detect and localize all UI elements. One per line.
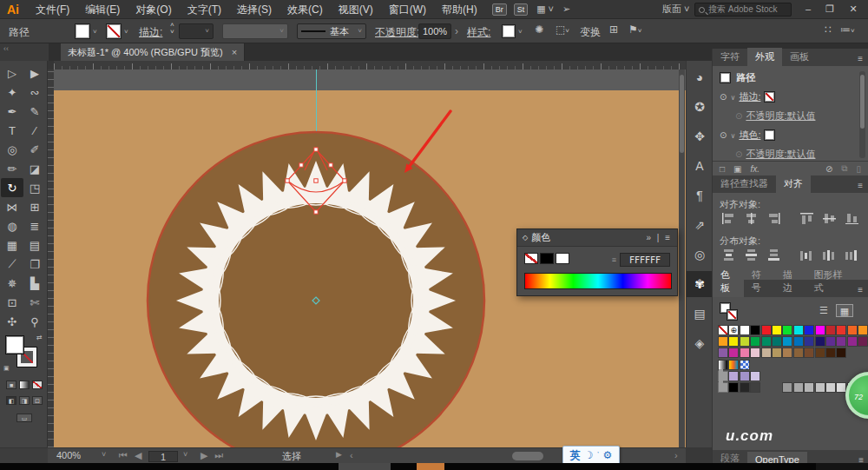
- tab-pathfinder[interactable]: 路径查找器: [713, 175, 776, 193]
- hex-value-field[interactable]: FFFFFF: [620, 253, 670, 267]
- fill-caret-icon[interactable]: ˅: [93, 28, 97, 36]
- bridge-button[interactable]: Br: [492, 3, 507, 16]
- tool-eraser[interactable]: ◪: [23, 159, 46, 178]
- dist-bottom-button[interactable]: [763, 247, 784, 263]
- swatch-cell[interactable]: [750, 348, 760, 358]
- dist-top-button[interactable]: [718, 247, 739, 263]
- new-effect-icon[interactable]: fx.: [751, 164, 760, 174]
- stroke-opacity-row[interactable]: 不透明度:默认值: [746, 110, 815, 121]
- swatch-cell[interactable]: [718, 348, 728, 358]
- tab-artboards[interactable]: 画板: [782, 48, 817, 66]
- wand-panel-icon[interactable]: ✪: [687, 94, 713, 120]
- align-top-button[interactable]: [796, 210, 817, 227]
- swatch-group-folder[interactable]: [718, 382, 728, 393]
- none-swatch[interactable]: [524, 253, 538, 264]
- fill-opacity-row[interactable]: 不透明度:默认值: [746, 149, 815, 159]
- swatch-cell[interactable]: [782, 382, 792, 393]
- tool-pen[interactable]: ✒: [1, 102, 23, 121]
- brush-panel-icon[interactable]: ✥: [687, 123, 713, 149]
- swatch-cell[interactable]: [728, 371, 739, 381]
- glyphs-icon[interactable]: A: [687, 153, 713, 179]
- tool-magic-wand[interactable]: ✦: [1, 83, 23, 102]
- swatch-cell[interactable]: [782, 336, 792, 347]
- transform-link[interactable]: 变换: [580, 25, 601, 40]
- opacity-label[interactable]: 不透明度:: [375, 25, 419, 40]
- tool-lasso[interactable]: ∾: [23, 83, 46, 102]
- workspace-switcher[interactable]: 版面 ˅: [662, 3, 689, 16]
- panel-menu-icon[interactable]: ≡: [665, 233, 672, 242]
- close-button[interactable]: ✕: [844, 0, 863, 17]
- swatch-gradient-bw[interactable]: [718, 360, 728, 370]
- swatch-cell[interactable]: [772, 325, 782, 335]
- style-caret-icon[interactable]: ˅: [518, 28, 523, 36]
- default-fill-stroke-icon[interactable]: ▣: [3, 365, 10, 372]
- tool-artboard[interactable]: ⊡: [1, 293, 23, 312]
- opacity-expand-icon[interactable]: ›: [455, 25, 458, 37]
- tool-blend[interactable]: ❐: [23, 255, 46, 274]
- gradient-mode-button[interactable]: [19, 381, 30, 389]
- stock-button[interactable]: St: [514, 3, 529, 16]
- swatch-cell[interactable]: [847, 336, 858, 347]
- list-view-icon[interactable]: ☰: [815, 304, 832, 317]
- export-icon[interactable]: ⇗: [687, 212, 713, 238]
- stroke-stepper[interactable]: ˄˅: [170, 22, 174, 36]
- new-stroke-icon[interactable]: □: [720, 164, 725, 174]
- prev-artboard-icon[interactable]: ◀: [135, 450, 141, 461]
- tool-shaper[interactable]: ◎: [1, 140, 23, 159]
- color-panel-header[interactable]: ◇ 颜色 » | ≡: [517, 229, 677, 247]
- tool-rotate[interactable]: ↻: [1, 178, 23, 197]
- minimize-button[interactable]: –: [799, 0, 818, 17]
- dist-center-h-button[interactable]: [819, 247, 839, 263]
- panel-cycle-icon[interactable]: ◇: [523, 234, 528, 242]
- swatch-cell[interactable]: [804, 325, 814, 335]
- tool-gradient[interactable]: ▤: [23, 235, 46, 255]
- swatch-cell[interactable]: [761, 336, 772, 347]
- menu-对象O[interactable]: 对象(O): [128, 3, 179, 16]
- menu-效果C[interactable]: 效果(C): [279, 3, 331, 16]
- draw-normal-button[interactable]: ◧: [6, 396, 16, 405]
- menu-文件F[interactable]: 文件(F): [28, 3, 77, 16]
- swatch-cell[interactable]: [750, 371, 760, 381]
- fill-color-box[interactable]: [5, 335, 24, 354]
- document-tab[interactable]: 未标题-1* @ 400% (RGB/GPU 预览)×: [61, 43, 245, 61]
- symbols-icon[interactable]: ◎: [687, 242, 713, 268]
- align-right-button[interactable]: [763, 210, 784, 227]
- swatch-cell[interactable]: [836, 348, 846, 358]
- first-artboard-icon[interactable]: ⏮: [119, 450, 128, 461]
- appearance-scrollbar[interactable]: [859, 71, 865, 158]
- tool-selection[interactable]: ▶: [23, 63, 46, 83]
- swatch-cell[interactable]: [761, 325, 772, 335]
- menu-编辑E[interactable]: 编辑(E): [77, 3, 128, 16]
- tool-shape-builder[interactable]: ◍: [1, 216, 23, 235]
- stroke-weight-label[interactable]: 描边:: [139, 25, 162, 40]
- swap-fill-stroke-icon[interactable]: ⇄: [36, 334, 43, 341]
- swatch-cell[interactable]: [750, 336, 760, 347]
- swatch-cell[interactable]: [825, 382, 836, 393]
- tool-scale[interactable]: ◳: [23, 178, 46, 197]
- swatch-none[interactable]: [718, 325, 728, 335]
- swatch-cell[interactable]: [782, 325, 792, 335]
- tool-line-segment[interactable]: ∕: [23, 121, 46, 140]
- swatch-cell[interactable]: [847, 325, 858, 335]
- twirl-icon[interactable]: ∨: [730, 94, 739, 102]
- tool-free-transform[interactable]: ⊞: [23, 197, 46, 216]
- scroll-left-icon[interactable]: ‹: [350, 450, 353, 460]
- tool-column-graph[interactable]: ▙: [23, 274, 46, 293]
- swatch-cell[interactable]: [750, 382, 760, 393]
- tab-align[interactable]: 对齐: [776, 175, 811, 193]
- swatch-cell[interactable]: [836, 325, 846, 335]
- screen-mode-button[interactable]: ▭: [16, 414, 32, 422]
- menu-帮助H[interactable]: 帮助(H): [434, 3, 485, 16]
- swatch-gradient-color[interactable]: [728, 360, 739, 370]
- swatch-cell[interactable]: [772, 336, 782, 347]
- swatch-cell[interactable]: [772, 348, 782, 358]
- tool-width[interactable]: ⋈: [1, 197, 23, 216]
- fill-row-label[interactable]: 填色:: [739, 129, 760, 140]
- swatch-cell[interactable]: [761, 348, 772, 358]
- gradient-slider-icon[interactable]: ▤: [687, 301, 713, 327]
- stroke-proxy-swatch[interactable]: [727, 309, 738, 321]
- tool-paintbrush[interactable]: ✐: [23, 140, 46, 159]
- duplicate-icon[interactable]: ⧉: [841, 163, 847, 174]
- swatch-cell[interactable]: [740, 348, 750, 358]
- horizontal-scrollbar-thumb[interactable]: [512, 452, 543, 460]
